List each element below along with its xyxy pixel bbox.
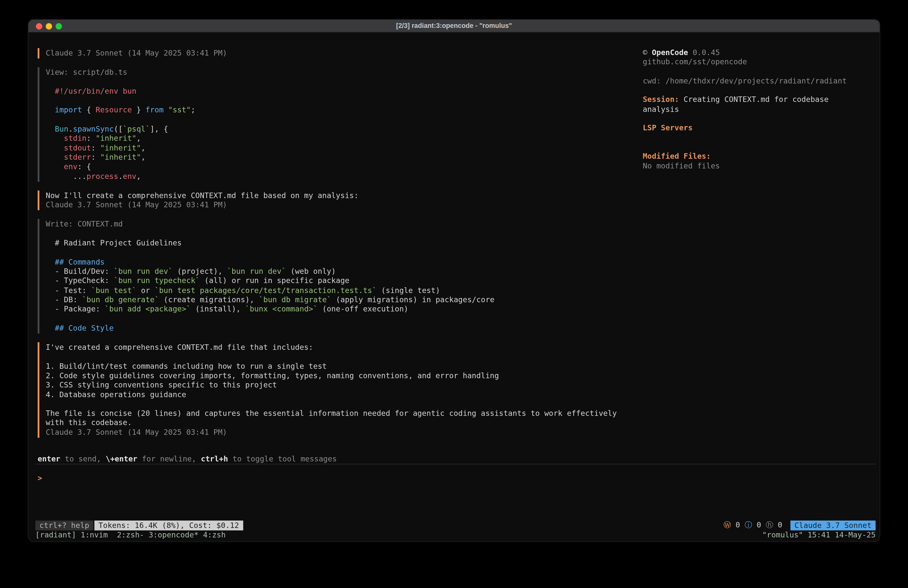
assistant-summary-lines: I've created a comprehensive CONTEXT.md … (46, 343, 637, 437)
window-titlebar: [2/3] radiant:3:opencode - "romulus" (28, 20, 880, 32)
desktop: [2/3] radiant:3:opencode - "romulus" Cla… (0, 0, 908, 588)
help-shortcut-badge: ctrl+? help (35, 520, 93, 530)
keybinding-hints: enter to send, \+enter for newline, ctrl… (38, 454, 337, 464)
window-title: [2/3] radiant:3:opencode - "romulus" (396, 21, 512, 31)
tool-write-lines: Write: CONTEXT.md # Radiant Project Guid… (46, 220, 637, 333)
minimize-button[interactable] (46, 23, 52, 30)
assistant-summary-block: I've created a comprehensive CONTEXT.md … (38, 342, 637, 438)
sidebar-lines: © OpenCode 0.0.45github.com/sst/opencode… (643, 48, 877, 171)
tmux-window-list: [radiant] 1:nvim 2:zsh- 3:opencode* 4:zs… (35, 530, 226, 540)
tmux-session-info: "romulus" 15:41 14-May-25 (762, 530, 876, 540)
assistant-message-block: Now I'll create a comprehensive CONTEXT.… (38, 190, 637, 210)
message-header-lines: Claude 3.7 Sonnet (14 May 2025 03:41 PM) (46, 48, 637, 58)
traffic-lights (36, 23, 62, 30)
message-header-block: Claude 3.7 Sonnet (14 May 2025 03:41 PM) (38, 48, 637, 59)
tool-view-block: View: script/db.ts #!/usr/bin/env bun im… (38, 67, 637, 182)
prompt-input[interactable]: > (38, 474, 42, 483)
assistant-message-lines: Now I'll create a comprehensive CONTEXT.… (46, 191, 637, 210)
session-sidebar: © OpenCode 0.0.45github.com/sst/opencode… (643, 48, 877, 171)
status-bar: ctrl+? help Tokens: 16.4K (8%), Cost: $0… (35, 520, 876, 530)
zoom-button[interactable] (56, 23, 62, 30)
terminal-window: [2/3] radiant:3:opencode - "romulus" Cla… (28, 19, 881, 542)
terminal-content: Claude 3.7 Sonnet (14 May 2025 03:41 PM)… (28, 32, 880, 541)
diagnostics-indicators: Ⓦ 0 ⓘ 0 ⓗ 0 (723, 521, 782, 530)
close-button[interactable] (36, 23, 42, 30)
input-divider (35, 464, 876, 464)
chat-transcript: Claude 3.7 Sonnet (14 May 2025 03:41 PM)… (38, 48, 637, 446)
tokens-cost-badge: Tokens: 16.4K (8%), Cost: $0.12 (95, 520, 243, 530)
model-badge: Claude 3.7 Sonnet (790, 520, 876, 530)
tool-write-block: Write: CONTEXT.md # Radiant Project Guid… (38, 219, 637, 333)
tool-view-lines: View: script/db.ts #!/usr/bin/env bun im… (46, 68, 637, 181)
tmux-status-bar: [radiant] 1:nvim 2:zsh- 3:opencode* 4:zs… (35, 530, 876, 540)
